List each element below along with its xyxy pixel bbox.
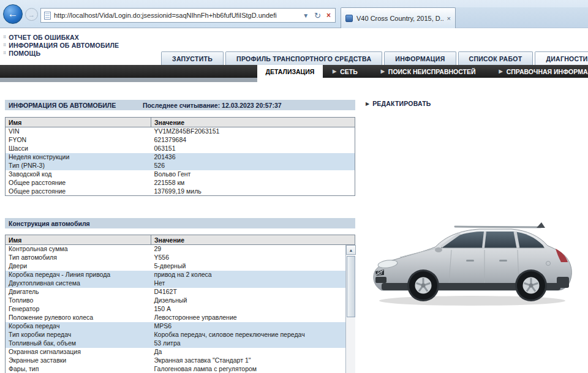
config-table-scrollbar[interactable]: ▲: [345, 245, 355, 373]
list-bullet-icon: ⠿: [3, 43, 6, 48]
tab-work-list[interactable]: СПИСОК РАБОТ: [458, 51, 533, 65]
cell-value: D4162T: [151, 288, 355, 296]
vehicle-info-header: ИНФОРМАЦИЯ ОБ АВТОМОБИЛЕ Последнее считы…: [5, 100, 355, 110]
table-row: Тип (PNR-3)526: [6, 162, 355, 170]
address-bar[interactable]: http://localhost/Vida/Login.do;jsessioni…: [40, 8, 336, 23]
table-row: Охранная сигнализацияДа: [6, 348, 355, 356]
cell-value: Экранная заставка "Стандарт 1": [151, 356, 355, 365]
cell-name: Тип коробки передач: [6, 331, 151, 339]
stop-icon[interactable]: ×: [325, 11, 332, 20]
sub-nav-shadow-strip: [0, 78, 257, 82]
cell-value: Нет: [151, 279, 355, 288]
cell-value: 621379684: [151, 136, 355, 145]
browser-tab-title: V40 Cross Country, 2015, D...: [356, 15, 443, 22]
cell-name: Двухтопливная система: [6, 279, 151, 288]
link-error-report[interactable]: ⠿ ОТЧЕТ ОБ ОШИБКАХ: [3, 33, 119, 41]
scroll-up-icon: ▲: [349, 248, 353, 252]
tab-close-icon[interactable]: ×: [447, 15, 451, 22]
refresh-icon[interactable]: ↻: [313, 11, 322, 20]
cell-value: 526: [151, 162, 355, 170]
cell-name: Шасси: [6, 145, 151, 153]
cell-name: Положение рулевого колеса: [6, 314, 151, 322]
cell-value: 137699,19 миль: [151, 187, 355, 196]
table-row: Шасси063151: [6, 145, 355, 153]
autocomplete-dropdown-icon[interactable]: ▼: [301, 12, 310, 19]
vida-app-window: ← → http://localhost/Vida/Login.do;jsess…: [0, 0, 588, 373]
back-icon: ←: [8, 8, 18, 20]
section-title: Конструкция автомобиля: [9, 220, 143, 227]
cell-name: Фары, тип: [6, 365, 151, 373]
cell-value: Дизельный: [151, 296, 355, 305]
cell-name: FYON: [6, 136, 151, 145]
table-row: Общее расстояние221558 км: [6, 179, 355, 187]
table-row: Генератор150 А: [6, 305, 355, 314]
section-title: ИНФОРМАЦИЯ ОБ АВТОМОБИЛЕ: [9, 102, 143, 109]
link-label: ИНФОРМАЦИЯ ОБ АВТОМОБИЛЕ: [9, 42, 119, 49]
table-row: FYON621379684: [6, 136, 355, 145]
browser-chrome: ← → http://localhost/Vida/Login.do;jsess…: [0, 0, 588, 28]
cell-name: Двери: [6, 262, 151, 271]
column-header-name: Имя: [6, 118, 151, 127]
cell-value: Да: [151, 348, 355, 356]
scroll-up-button[interactable]: ▲: [346, 245, 356, 255]
subtab-reference-info[interactable]: ▶ СПРАВОЧНАЯ ИНФОРМАЦИЯ: [499, 68, 588, 75]
vehicle-info-table: Имя Значение VINYV1MZ845BF2063151FYON621…: [5, 117, 355, 196]
tab-vehicle-profile[interactable]: ПРОФИЛЬ ТРАНСПОРТНОГО СРЕДСТВА: [225, 51, 382, 65]
table-row: Тип автомобиляY556: [6, 254, 355, 262]
cell-value: 5-дверный: [151, 262, 355, 271]
cell-value: 063151: [151, 145, 355, 153]
cell-value: Вольво Гент: [151, 170, 355, 179]
tab-information[interactable]: ИНФОРМАЦИЯ: [384, 51, 456, 65]
link-vehicle-information[interactable]: ⠿ ИНФОРМАЦИЯ ОБ АВТОМОБИЛЕ: [3, 41, 119, 49]
cell-value: Левостороннее управление: [151, 314, 355, 322]
browser-back-button[interactable]: ←: [3, 4, 23, 24]
chevron-right-icon: ▶: [366, 101, 369, 107]
cell-name: Коробка передач - Линия привода: [6, 271, 151, 279]
table-row: VINYV1MZ845BF2063151: [6, 127, 355, 136]
cell-name: Топливный бак, объем: [6, 339, 151, 348]
cell-name: Генератор: [6, 305, 151, 314]
cell-value: 150 А: [151, 305, 355, 314]
page-icon: [44, 12, 51, 20]
table-row: Фары, типГалогеновая лампа с регулятором: [6, 365, 355, 373]
tab-start[interactable]: ЗАПУСТИТЬ: [161, 51, 224, 65]
scrollbar-thumb[interactable]: [347, 256, 355, 317]
subtab-fault-tracing[interactable]: ▶ ПОИСК НЕИСПРАВНОСТЕЙ: [381, 68, 476, 75]
cell-value: 29: [151, 245, 355, 254]
chevron-right-icon: ▶: [381, 69, 385, 74]
edit-link[interactable]: ▶ РЕДАКТИРОВАТЬ: [366, 100, 431, 107]
column-header-value: Значение: [151, 118, 355, 127]
cell-name: Экранные заставки: [6, 356, 151, 365]
subtab-label: СЕТЬ: [340, 68, 358, 75]
cell-value: 221558 км: [151, 179, 355, 187]
vehicle-config-table: Имя Значение Контрольная сумма29Тип авто…: [5, 235, 355, 373]
table-row: Общее расстояние137699,19 миль: [6, 187, 355, 196]
table-row: Контрольная сумма29: [6, 245, 355, 254]
link-label: ОТЧЕТ ОБ ОШИБКАХ: [9, 34, 79, 41]
cell-value: MPS6: [151, 322, 355, 331]
browser-forward-button[interactable]: →: [25, 8, 38, 21]
table-row: Топливный бак, объем53 литра: [6, 339, 355, 348]
subtab-detail[interactable]: ДЕТАЛИЗАЦИЯ: [257, 65, 323, 78]
table-row: Коробка передачMPS6: [6, 322, 355, 331]
cell-value: привод на 2 колеса: [151, 271, 355, 279]
cell-name: Охранная сигнализация: [6, 348, 151, 356]
table-row: Экранные заставкиЭкранная заставка "Стан…: [6, 356, 355, 365]
forward-icon: →: [28, 11, 35, 18]
cell-value: 53 литра: [151, 339, 355, 348]
cell-name: Неделя конструкции: [6, 153, 151, 162]
car-illustration: [363, 213, 581, 316]
cell-name: Коробка передач: [6, 322, 151, 331]
tab-strip-empty: [456, 7, 588, 28]
subtab-network[interactable]: ▶ СЕТЬ: [333, 68, 358, 75]
cell-value: Галогеновая лампа с регулятором: [151, 365, 355, 373]
table-row: Коробка передач - Линия приводапривод на…: [6, 271, 355, 279]
url-text[interactable]: http://localhost/Vida/Login.do;jsessioni…: [54, 12, 298, 19]
cell-name: Контрольная сумма: [6, 245, 151, 254]
chevron-right-icon: ▶: [499, 69, 503, 74]
cell-value: YV1MZ845BF2063151: [151, 127, 355, 136]
last-read-timestamp: Последнее считывание: 12.03.2023 20:57:3…: [143, 102, 282, 109]
column-header-value: Значение: [151, 235, 355, 245]
tab-diagnostics[interactable]: ДИАГНОСТИКА: [535, 51, 588, 65]
browser-tab[interactable]: V40 Cross Country, 2015, D... ×: [341, 7, 456, 28]
